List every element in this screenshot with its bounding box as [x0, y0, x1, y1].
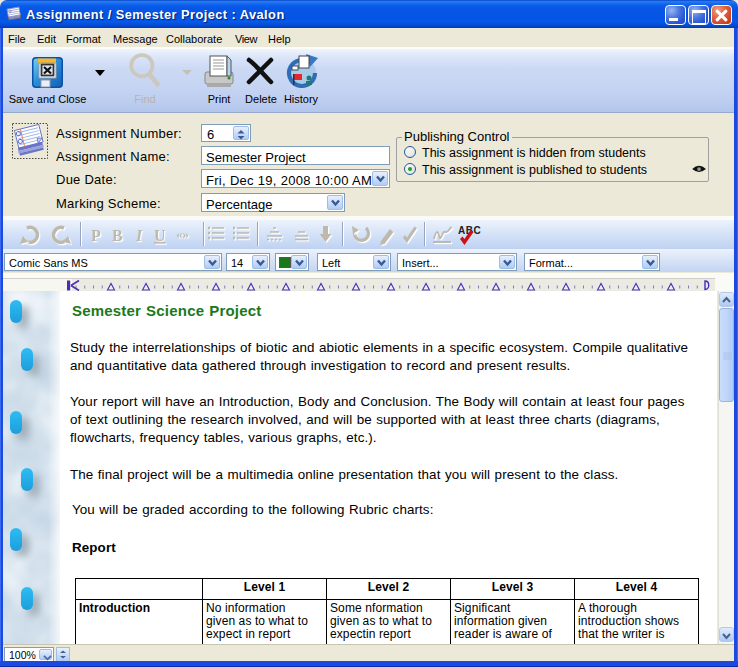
svg-text:I: I	[135, 227, 143, 244]
svg-text:U: U	[154, 227, 166, 244]
svg-text:P: P	[91, 227, 101, 244]
svg-text:B: B	[112, 227, 123, 244]
svg-text:«»: «»	[176, 226, 189, 241]
